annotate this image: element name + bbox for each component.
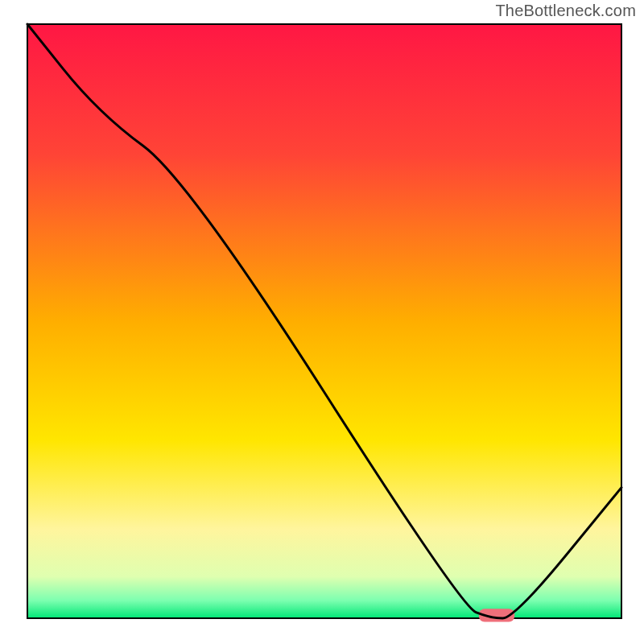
chart-page: TheBottleneck.com	[0, 0, 644, 644]
watermark-text: TheBottleneck.com	[495, 2, 636, 20]
plot-area	[27, 24, 621, 618]
bottleneck-chart	[0, 0, 644, 644]
